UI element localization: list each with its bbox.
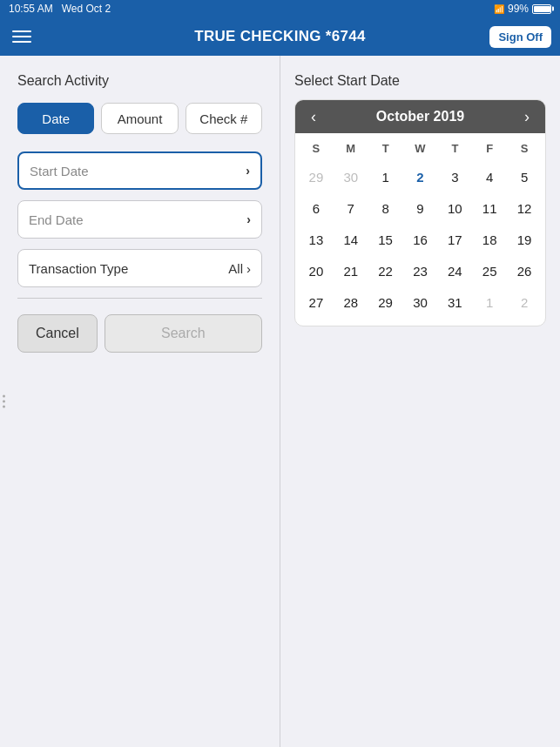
- transaction-type-value-group: All ›: [228, 261, 251, 276]
- calendar-day[interactable]: 14: [336, 225, 366, 254]
- calendar-weekday-label: W: [403, 138, 438, 158]
- calendar-day[interactable]: 13: [301, 225, 331, 254]
- calendar-day[interactable]: 7: [336, 193, 366, 223]
- calendar-day[interactable]: 3: [440, 162, 469, 192]
- calendar-day[interactable]: 10: [440, 193, 469, 223]
- status-indicators: 📶 99%: [494, 3, 551, 15]
- end-date-field[interactable]: End Date ›: [17, 200, 262, 239]
- calendar-day[interactable]: 23: [405, 256, 435, 286]
- select-start-date-title: Select Start Date: [294, 73, 546, 89]
- calendar-day[interactable]: 29: [371, 287, 401, 317]
- calendar-weekdays: SMTWTFS: [299, 138, 542, 158]
- calendar-day[interactable]: 11: [475, 193, 504, 223]
- hamburger-line: [12, 30, 31, 32]
- app-header: TRUE CHECKING *6744 Sign Off: [0, 17, 560, 56]
- transaction-type-arrow-icon: ›: [246, 261, 251, 276]
- start-date-label: Start Date: [30, 164, 89, 178]
- end-date-label: End Date: [29, 212, 84, 227]
- calendar-day: 1: [475, 287, 504, 317]
- calendar-header: ‹ October 2019 ›: [295, 100, 545, 133]
- hamburger-button[interactable]: [9, 27, 35, 46]
- calendar-day: 2: [509, 287, 539, 317]
- calendar-day[interactable]: 19: [509, 225, 539, 254]
- signoff-button[interactable]: Sign Off: [489, 26, 551, 48]
- calendar-weekday-label: T: [437, 138, 472, 158]
- transaction-type-field[interactable]: Transaction Type All ›: [17, 249, 262, 287]
- calendar-day[interactable]: 30: [405, 287, 435, 317]
- action-buttons-group: Cancel Search: [17, 314, 262, 353]
- calendar-day[interactable]: 24: [440, 256, 469, 286]
- calendar-weekday-label: M: [334, 138, 368, 158]
- status-date: Wed Oct 2: [62, 3, 111, 15]
- drag-handle[interactable]: [0, 388, 7, 415]
- calendar-day[interactable]: 9: [405, 193, 435, 223]
- end-date-arrow-icon: ›: [246, 212, 251, 226]
- page-title: TRUE CHECKING *6744: [194, 28, 366, 45]
- status-time-date: 10:55 AM Wed Oct 2: [9, 3, 111, 15]
- calendar-day[interactable]: 6: [301, 193, 331, 223]
- calendar-month-year: October 2019: [376, 109, 464, 124]
- calendar-day[interactable]: 16: [405, 225, 435, 254]
- battery-icon: [532, 4, 551, 14]
- sort-buttons-group: Date Amount Check #: [17, 103, 262, 134]
- hamburger-line: [12, 36, 31, 37]
- main-layout: Search Activity Date Amount Check # Star…: [0, 56, 560, 747]
- status-time: 10:55 AM: [9, 3, 53, 15]
- calendar-day[interactable]: 17: [440, 225, 469, 254]
- sort-date-button[interactable]: Date: [17, 103, 94, 134]
- calendar-days: 2930123456789101112131415161718192021222…: [299, 162, 542, 317]
- calendar-grid: SMTWTFS 29301234567891011121314151617181…: [295, 133, 545, 326]
- start-date-arrow-icon: ›: [246, 164, 250, 178]
- calendar: ‹ October 2019 › SMTWTFS 293012345678910…: [294, 99, 546, 326]
- calendar-day[interactable]: 27: [301, 287, 331, 317]
- calendar-day[interactable]: 21: [336, 256, 366, 286]
- hamburger-line: [12, 41, 31, 43]
- wifi-icon: 📶: [494, 4, 504, 14]
- divider: [17, 298, 262, 299]
- calendar-weekday-label: S: [299, 138, 334, 158]
- calendar-weekday-label: T: [368, 138, 403, 158]
- calendar-day[interactable]: 31: [440, 287, 469, 317]
- search-button[interactable]: Search: [105, 314, 262, 353]
- calendar-day[interactable]: 15: [371, 225, 401, 254]
- transaction-type-value: All: [228, 261, 243, 276]
- search-activity-title: Search Activity: [17, 73, 262, 89]
- cancel-button[interactable]: Cancel: [17, 314, 98, 353]
- calendar-day[interactable]: 18: [475, 225, 504, 254]
- calendar-day[interactable]: 12: [509, 193, 539, 223]
- calendar-weekday-label: S: [507, 138, 542, 158]
- calendar-day: 30: [336, 162, 366, 192]
- calendar-day[interactable]: 28: [336, 287, 366, 317]
- calendar-prev-button[interactable]: ‹: [307, 109, 320, 124]
- status-bar: 10:55 AM Wed Oct 2 📶 99%: [0, 0, 560, 17]
- calendar-day[interactable]: 2: [405, 162, 435, 192]
- transaction-type-label: Transaction Type: [29, 261, 128, 276]
- calendar-day[interactable]: 20: [301, 256, 331, 286]
- calendar-day[interactable]: 8: [371, 193, 401, 223]
- calendar-day[interactable]: 4: [475, 162, 504, 192]
- sort-amount-button[interactable]: Amount: [101, 103, 178, 134]
- calendar-day[interactable]: 26: [509, 256, 539, 286]
- calendar-weekday-label: F: [472, 138, 507, 158]
- sort-check-button[interactable]: Check #: [186, 103, 262, 134]
- battery-percent: 99%: [508, 3, 529, 15]
- calendar-day[interactable]: 25: [475, 256, 504, 286]
- start-date-field[interactable]: Start Date ›: [17, 151, 262, 190]
- calendar-day: 29: [301, 162, 331, 192]
- right-panel: Select Start Date ‹ October 2019 › SMTWT…: [280, 56, 560, 747]
- calendar-day[interactable]: 1: [371, 162, 401, 192]
- calendar-day[interactable]: 22: [371, 256, 401, 286]
- calendar-next-button[interactable]: ›: [521, 109, 533, 124]
- left-panel: Search Activity Date Amount Check # Star…: [0, 56, 280, 747]
- calendar-day[interactable]: 5: [509, 162, 539, 192]
